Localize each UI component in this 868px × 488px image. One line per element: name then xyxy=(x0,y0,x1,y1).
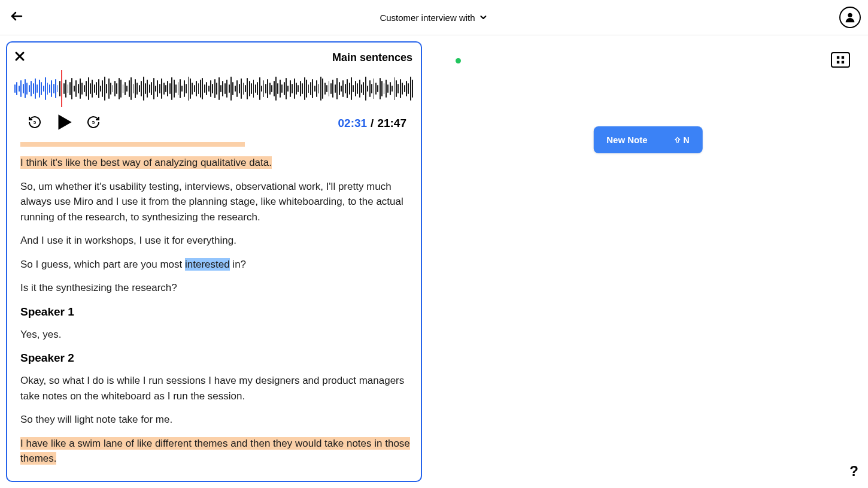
wave-bar xyxy=(180,79,181,98)
wave-bar xyxy=(129,80,130,97)
close-icon xyxy=(14,51,25,62)
audio-waveform[interactable] xyxy=(14,70,418,107)
play-button[interactable] xyxy=(53,111,75,136)
wave-bar xyxy=(265,84,266,93)
wave-bar xyxy=(261,86,262,92)
wave-bar xyxy=(96,82,97,95)
wave-bar xyxy=(71,78,72,99)
wave-bar xyxy=(406,81,407,96)
card-header: Main sentences xyxy=(14,50,418,65)
help-button[interactable]: ? xyxy=(849,463,858,480)
transcript-line[interactable]: Is it the synthesizing the research? xyxy=(20,280,414,296)
wave-bar xyxy=(153,78,154,99)
wave-bar xyxy=(81,83,83,95)
wave-bar xyxy=(226,80,227,98)
wave-bar xyxy=(274,81,275,96)
shift-icon xyxy=(674,137,681,144)
transcript-line[interactable]: So they will light note take for me. xyxy=(20,412,414,428)
new-note-button[interactable]: New Note N xyxy=(593,126,702,153)
wave-bar xyxy=(391,86,393,92)
wave-bar xyxy=(412,80,413,98)
wave-bar xyxy=(263,80,265,97)
wave-bar xyxy=(239,84,240,93)
wave-bar xyxy=(116,83,117,94)
wave-bar xyxy=(271,85,272,92)
shortcut-key: N xyxy=(684,135,690,145)
wave-bar xyxy=(332,80,333,98)
notes-panel: New Note N xyxy=(428,35,868,488)
wave-bar xyxy=(292,84,293,93)
rewind-5-button[interactable]: 5 xyxy=(28,115,42,132)
wave-bar xyxy=(206,82,207,95)
wave-bar xyxy=(367,86,368,92)
wave-bar xyxy=(155,86,156,92)
wave-bar xyxy=(120,80,122,98)
chevron-down-icon xyxy=(479,13,488,22)
back-button[interactable] xyxy=(7,7,26,28)
playhead[interactable] xyxy=(61,70,62,107)
wave-bar xyxy=(194,85,195,92)
transcript-line[interactable]: I have like a swim lane of like differen… xyxy=(20,436,414,466)
wave-bar xyxy=(157,80,158,97)
transcript-line[interactable]: Yes, yes. xyxy=(20,327,414,342)
wave-bar xyxy=(80,78,81,99)
transcript-line[interactable]: I think it's like the best way of analyz… xyxy=(20,155,414,171)
wave-bar xyxy=(23,84,24,93)
wave-bar xyxy=(69,82,71,95)
wave-bar xyxy=(384,83,385,94)
profile-button[interactable] xyxy=(839,7,861,28)
wave-bar xyxy=(190,78,191,99)
wave-bar xyxy=(126,86,128,92)
wave-bar xyxy=(257,82,258,95)
wave-bar xyxy=(361,84,362,93)
wave-bar xyxy=(65,80,66,98)
wave-bar xyxy=(202,78,203,99)
wave-bar xyxy=(341,86,342,92)
wave-bar xyxy=(88,77,89,100)
wave-bar xyxy=(320,77,321,101)
wave-bar xyxy=(229,84,230,93)
wave-bar xyxy=(92,80,93,98)
transcript-line[interactable]: So, um whether it's usability testing, i… xyxy=(20,179,414,225)
wave-bar xyxy=(235,86,236,92)
svg-rect-9 xyxy=(837,61,839,63)
wave-bar xyxy=(174,80,175,98)
wave-bar xyxy=(218,77,220,100)
wave-bar xyxy=(397,84,399,93)
wave-bar xyxy=(241,78,242,99)
wave-bar xyxy=(130,77,132,100)
layout-toggle-button[interactable] xyxy=(831,52,850,68)
time-separator: / xyxy=(371,117,374,130)
wave-bar xyxy=(281,84,283,93)
transcript-line[interactable]: And I use it in workshops, I use it for … xyxy=(20,233,414,248)
wave-bar xyxy=(394,77,395,100)
svg-rect-8 xyxy=(842,56,844,59)
wave-bar xyxy=(74,86,75,92)
wave-bar xyxy=(365,77,366,101)
wave-bar xyxy=(139,85,140,92)
wave-bar xyxy=(243,83,244,95)
wave-bar xyxy=(14,84,16,93)
transcript-line[interactable]: Okay, so what I do is while I run sessio… xyxy=(20,373,414,404)
wave-bar xyxy=(275,77,277,101)
wave-bar xyxy=(371,84,372,93)
wave-bar xyxy=(26,83,28,95)
time-display: 02:31 / 21:47 xyxy=(338,117,412,130)
wave-bar xyxy=(287,86,289,92)
wave-bar xyxy=(204,84,205,93)
wave-bar xyxy=(408,83,409,94)
time-total: 21:47 xyxy=(377,117,406,130)
wave-bar xyxy=(159,84,160,93)
transcript-body[interactable]: I think it's like the best way of analyz… xyxy=(14,142,418,474)
wave-bar xyxy=(375,83,377,95)
transcript-line[interactable]: So I guess, which part are you most inte… xyxy=(20,257,414,272)
doc-title-dropdown[interactable]: Customer interview with xyxy=(380,13,488,23)
wave-bar xyxy=(136,83,138,95)
svg-point-1 xyxy=(848,13,852,17)
forward-5-button[interactable]: 5 xyxy=(86,115,101,132)
wave-bar xyxy=(312,79,313,98)
wave-bar xyxy=(57,85,59,92)
wave-bar xyxy=(230,77,232,101)
close-button[interactable] xyxy=(14,50,25,65)
wave-bar xyxy=(318,84,320,93)
